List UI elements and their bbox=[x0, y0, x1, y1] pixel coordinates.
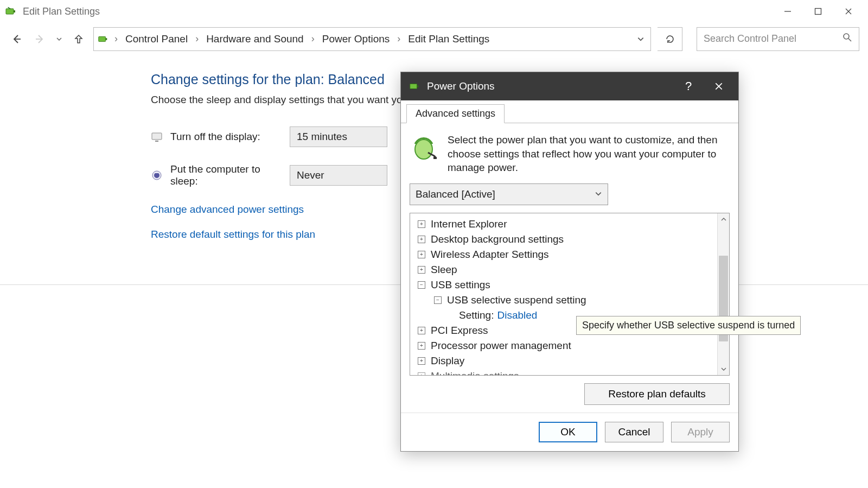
tree-item-usb-settings[interactable]: −USB settings bbox=[410, 277, 729, 293]
expander-plus-icon[interactable]: + bbox=[418, 251, 425, 258]
dialog-help-button[interactable]: ? bbox=[676, 72, 700, 100]
window-title: Edit Plan Settings bbox=[23, 6, 100, 17]
dialog-titlebar[interactable]: Power Options ? bbox=[401, 72, 738, 100]
display-icon bbox=[151, 131, 163, 143]
tree-item-label: USB settings bbox=[431, 279, 490, 291]
address-icon bbox=[97, 33, 109, 45]
chevron-right-icon[interactable]: › bbox=[193, 33, 201, 45]
nav-up-button[interactable] bbox=[71, 31, 87, 47]
scroll-up-icon[interactable] bbox=[718, 213, 729, 225]
search-box[interactable] bbox=[697, 27, 859, 51]
settings-tree: +Internet Explorer +Desktop background s… bbox=[410, 213, 730, 376]
scroll-down-icon[interactable] bbox=[718, 363, 729, 375]
tree-item-multimedia[interactable]: +Multimedia settings bbox=[410, 369, 729, 376]
window-titlebar: Edit Plan Settings bbox=[0, 0, 868, 23]
cancel-button[interactable]: Cancel bbox=[605, 422, 663, 442]
tree-item-desktop-background[interactable]: +Desktop background settings bbox=[410, 232, 729, 247]
tree-item-label: Multimedia settings bbox=[431, 370, 519, 376]
tree-item-label: Processor power management bbox=[431, 340, 571, 352]
dropdown-value: Never bbox=[297, 169, 324, 181]
dialog-close-button[interactable] bbox=[707, 72, 731, 100]
dialog-tabs: Advanced settings bbox=[401, 100, 738, 123]
tree-item-sleep[interactable]: +Sleep bbox=[410, 262, 729, 277]
dialog-body: Select the power plan that you want to c… bbox=[401, 123, 738, 413]
svg-rect-20 bbox=[433, 157, 437, 159]
dropdown-value: 15 minutes bbox=[297, 131, 347, 143]
tree-item-usb-selective-suspend[interactable]: −USB selective suspend setting bbox=[410, 293, 729, 308]
tree-item-label: Setting: bbox=[459, 309, 494, 321]
tree-item-value[interactable]: Disabled bbox=[497, 309, 537, 321]
expander-minus-icon[interactable]: − bbox=[418, 281, 425, 289]
svg-rect-8 bbox=[99, 36, 106, 41]
svg-rect-9 bbox=[106, 38, 107, 40]
expander-plus-icon[interactable]: + bbox=[418, 357, 425, 365]
tree-item-label: PCI Express bbox=[431, 325, 488, 337]
navigation-bar: › Control Panel › Hardware and Sound › P… bbox=[0, 23, 868, 55]
tree-item-wireless-adapter[interactable]: +Wireless Adapter Settings bbox=[410, 247, 729, 262]
power-plan-icon bbox=[410, 133, 438, 161]
refresh-button[interactable] bbox=[658, 27, 682, 51]
sleep-timeout-dropdown[interactable]: Never bbox=[290, 165, 387, 186]
setting-label: Turn off the display: bbox=[170, 131, 290, 143]
svg-rect-12 bbox=[152, 133, 162, 140]
svg-point-19 bbox=[415, 140, 432, 159]
expander-plus-icon[interactable]: + bbox=[418, 327, 425, 334]
svg-rect-0 bbox=[6, 9, 14, 14]
chevron-right-icon[interactable]: › bbox=[112, 33, 120, 45]
tree-item-display[interactable]: +Display bbox=[410, 353, 729, 369]
svg-rect-3 bbox=[815, 9, 821, 15]
address-dropdown[interactable] bbox=[634, 35, 647, 43]
sleep-icon bbox=[151, 169, 163, 181]
chevron-right-icon[interactable]: › bbox=[309, 33, 317, 45]
tree-item-label: Display bbox=[431, 355, 464, 367]
expander-minus-icon[interactable]: − bbox=[434, 296, 442, 304]
tree-item-label: Internet Explorer bbox=[431, 218, 507, 230]
restore-plan-defaults-button[interactable]: Restore plan defaults bbox=[584, 383, 730, 405]
app-icon bbox=[4, 5, 17, 18]
apply-button: Apply bbox=[671, 422, 730, 442]
dialog-title: Power Options bbox=[427, 80, 495, 92]
ok-button[interactable]: OK bbox=[539, 422, 597, 442]
address-bar[interactable]: › Control Panel › Hardware and Sound › P… bbox=[93, 27, 651, 51]
dialog-intro-text: Select the power plan that you want to c… bbox=[448, 133, 730, 175]
tree-item-label: USB selective suspend setting bbox=[447, 294, 586, 306]
window-close-button[interactable] bbox=[833, 2, 864, 21]
dialog-button-row: OK Cancel Apply bbox=[401, 413, 738, 451]
breadcrumb-item[interactable]: Power Options bbox=[320, 33, 392, 45]
expander-plus-icon[interactable]: + bbox=[418, 220, 425, 228]
power-plan-dropdown[interactable]: Balanced [Active] bbox=[410, 183, 608, 205]
search-icon[interactable] bbox=[843, 33, 852, 45]
display-timeout-dropdown[interactable]: 15 minutes bbox=[290, 126, 387, 147]
expander-plus-icon[interactable]: + bbox=[418, 266, 425, 274]
breadcrumb-item[interactable]: Hardware and Sound bbox=[204, 33, 306, 45]
setting-label: Put the computer to sleep: bbox=[170, 163, 290, 187]
tree-item-label: Desktop background settings bbox=[431, 233, 564, 245]
window-minimize-button[interactable] bbox=[773, 2, 803, 21]
tree-scrollbar[interactable] bbox=[717, 213, 729, 375]
svg-rect-1 bbox=[14, 10, 15, 12]
tree-item-processor-power[interactable]: +Processor power management bbox=[410, 338, 729, 353]
nav-history-dropdown[interactable] bbox=[54, 36, 64, 42]
search-input[interactable] bbox=[704, 33, 838, 45]
window-maximize-button[interactable] bbox=[803, 2, 833, 21]
svg-rect-16 bbox=[417, 85, 419, 87]
tree-item-label: Sleep bbox=[431, 264, 457, 276]
nav-forward-button[interactable] bbox=[31, 31, 48, 47]
chevron-right-icon[interactable]: › bbox=[395, 33, 403, 45]
dialog-icon bbox=[409, 80, 420, 92]
breadcrumb-item[interactable]: Edit Plan Settings bbox=[406, 33, 492, 45]
tooltip: Specify whether USB selective suspend is… bbox=[576, 316, 801, 335]
expander-plus-icon[interactable]: + bbox=[418, 236, 425, 243]
dropdown-value: Balanced [Active] bbox=[416, 188, 495, 200]
chevron-down-icon bbox=[595, 188, 602, 200]
power-options-dialog: Power Options ? Advanced settings Select… bbox=[400, 72, 739, 452]
expander-plus-icon[interactable]: + bbox=[418, 342, 425, 350]
breadcrumb-item[interactable]: Control Panel bbox=[123, 33, 190, 45]
tree-item-internet-explorer[interactable]: +Internet Explorer bbox=[410, 217, 729, 232]
tab-advanced-settings[interactable]: Advanced settings bbox=[406, 104, 505, 123]
svg-line-11 bbox=[848, 39, 851, 41]
svg-rect-15 bbox=[410, 84, 417, 88]
expander-plus-icon[interactable]: + bbox=[418, 372, 425, 376]
nav-back-button[interactable] bbox=[9, 31, 25, 47]
svg-point-10 bbox=[844, 34, 849, 39]
